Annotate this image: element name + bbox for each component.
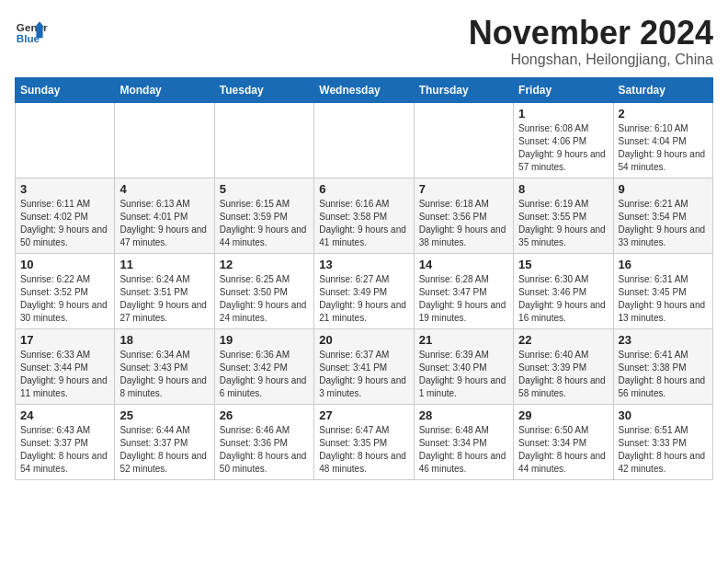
calendar-cell: 8Sunrise: 6:19 AM Sunset: 3:55 PM Daylig… — [514, 178, 613, 253]
weekday-header-cell: Wednesday — [314, 77, 414, 102]
day-info: Sunrise: 6:18 AM Sunset: 3:56 PM Dayligh… — [419, 198, 508, 249]
location-subtitle: Hongshan, Heilongjiang, China — [469, 52, 713, 68]
calendar-cell — [414, 102, 513, 178]
calendar-week-row: 24Sunrise: 6:43 AM Sunset: 3:37 PM Dayli… — [16, 404, 713, 479]
day-number: 15 — [518, 258, 608, 271]
day-number: 22 — [518, 333, 608, 347]
day-number: 3 — [20, 182, 109, 196]
weekday-header-cell: Sunday — [16, 77, 115, 102]
calendar-cell: 4Sunrise: 6:13 AM Sunset: 4:01 PM Daylig… — [115, 178, 214, 253]
day-number: 29 — [518, 408, 608, 422]
page-header: General Blue November 2024 Hongshan, Hei… — [15, 15, 713, 68]
day-number: 26 — [220, 408, 309, 422]
day-info: Sunrise: 6:39 AM Sunset: 3:40 PM Dayligh… — [419, 349, 508, 400]
calendar-cell — [214, 102, 313, 178]
day-number: 18 — [119, 333, 209, 347]
calendar-cell — [16, 102, 115, 178]
weekday-header-cell: Saturday — [613, 77, 712, 102]
day-number: 2 — [619, 107, 708, 121]
weekday-header-cell: Thursday — [414, 77, 513, 102]
calendar-week-row: 17Sunrise: 6:33 AM Sunset: 3:44 PM Dayli… — [16, 328, 713, 404]
day-number: 7 — [419, 182, 508, 196]
calendar-cell: 3Sunrise: 6:11 AM Sunset: 4:02 PM Daylig… — [16, 178, 115, 253]
day-info: Sunrise: 6:30 AM Sunset: 3:46 PM Dayligh… — [518, 273, 608, 325]
day-number: 24 — [20, 408, 109, 422]
logo-icon: General Blue — [15, 15, 48, 48]
day-info: Sunrise: 6:48 AM Sunset: 3:34 PM Dayligh… — [419, 424, 508, 476]
calendar-cell: 19Sunrise: 6:36 AM Sunset: 3:42 PM Dayli… — [214, 328, 313, 404]
day-number: 10 — [20, 258, 109, 271]
calendar-cell: 10Sunrise: 6:22 AM Sunset: 3:52 PM Dayli… — [16, 253, 115, 328]
calendar-cell: 14Sunrise: 6:28 AM Sunset: 3:47 PM Dayli… — [414, 253, 513, 328]
calendar-cell: 9Sunrise: 6:21 AM Sunset: 3:54 PM Daylig… — [613, 178, 712, 253]
day-info: Sunrise: 6:43 AM Sunset: 3:37 PM Dayligh… — [20, 424, 109, 476]
calendar-cell: 21Sunrise: 6:39 AM Sunset: 3:40 PM Dayli… — [414, 328, 513, 404]
calendar-table: SundayMondayTuesdayWednesdayThursdayFrid… — [15, 77, 713, 480]
day-info: Sunrise: 6:15 AM Sunset: 3:59 PM Dayligh… — [220, 198, 309, 249]
day-number: 12 — [220, 258, 309, 271]
calendar-cell: 18Sunrise: 6:34 AM Sunset: 3:43 PM Dayli… — [115, 328, 214, 404]
day-info: Sunrise: 6:44 AM Sunset: 3:37 PM Dayligh… — [119, 424, 209, 476]
calendar-cell: 30Sunrise: 6:51 AM Sunset: 3:33 PM Dayli… — [613, 404, 712, 479]
day-number: 16 — [619, 258, 708, 271]
day-number: 30 — [619, 408, 708, 422]
day-number: 27 — [319, 408, 408, 422]
day-info: Sunrise: 6:08 AM Sunset: 4:06 PM Dayligh… — [518, 122, 608, 174]
calendar-cell: 12Sunrise: 6:25 AM Sunset: 3:50 PM Dayli… — [214, 253, 313, 328]
day-info: Sunrise: 6:13 AM Sunset: 4:01 PM Dayligh… — [119, 198, 209, 249]
calendar-cell: 20Sunrise: 6:37 AM Sunset: 3:41 PM Dayli… — [314, 328, 414, 404]
day-info: Sunrise: 6:24 AM Sunset: 3:51 PM Dayligh… — [119, 273, 209, 325]
calendar-cell: 22Sunrise: 6:40 AM Sunset: 3:39 PM Dayli… — [514, 328, 613, 404]
calendar-cell: 24Sunrise: 6:43 AM Sunset: 3:37 PM Dayli… — [16, 404, 115, 479]
day-number: 8 — [518, 182, 608, 196]
day-number: 9 — [619, 182, 708, 196]
day-info: Sunrise: 6:40 AM Sunset: 3:39 PM Dayligh… — [518, 349, 608, 400]
calendar-week-row: 1Sunrise: 6:08 AM Sunset: 4:06 PM Daylig… — [16, 102, 713, 178]
calendar-cell: 23Sunrise: 6:41 AM Sunset: 3:38 PM Dayli… — [613, 328, 712, 404]
calendar-cell: 26Sunrise: 6:46 AM Sunset: 3:36 PM Dayli… — [214, 404, 313, 479]
calendar-cell: 11Sunrise: 6:24 AM Sunset: 3:51 PM Dayli… — [115, 253, 214, 328]
calendar-cell: 13Sunrise: 6:27 AM Sunset: 3:49 PM Dayli… — [314, 253, 414, 328]
day-number: 13 — [319, 258, 408, 271]
day-number: 5 — [220, 182, 309, 196]
calendar-cell: 28Sunrise: 6:48 AM Sunset: 3:34 PM Dayli… — [414, 404, 513, 479]
calendar-cell — [115, 102, 214, 178]
logo: General Blue — [15, 15, 48, 48]
calendar-cell: 15Sunrise: 6:30 AM Sunset: 3:46 PM Dayli… — [514, 253, 613, 328]
calendar-cell: 29Sunrise: 6:50 AM Sunset: 3:34 PM Dayli… — [514, 404, 613, 479]
calendar-cell: 5Sunrise: 6:15 AM Sunset: 3:59 PM Daylig… — [214, 178, 313, 253]
day-info: Sunrise: 6:28 AM Sunset: 3:47 PM Dayligh… — [419, 273, 508, 325]
calendar-body: 1Sunrise: 6:08 AM Sunset: 4:06 PM Daylig… — [16, 102, 713, 479]
day-info: Sunrise: 6:25 AM Sunset: 3:50 PM Dayligh… — [220, 273, 309, 325]
weekday-header-row: SundayMondayTuesdayWednesdayThursdayFrid… — [16, 77, 713, 102]
day-number: 23 — [619, 333, 708, 347]
calendar-cell: 27Sunrise: 6:47 AM Sunset: 3:35 PM Dayli… — [314, 404, 414, 479]
day-number: 1 — [518, 107, 608, 121]
day-number: 4 — [119, 182, 209, 196]
day-info: Sunrise: 6:22 AM Sunset: 3:52 PM Dayligh… — [20, 273, 109, 325]
calendar-cell: 1Sunrise: 6:08 AM Sunset: 4:06 PM Daylig… — [514, 102, 613, 178]
day-info: Sunrise: 6:46 AM Sunset: 3:36 PM Dayligh… — [220, 424, 309, 476]
weekday-header-cell: Monday — [115, 77, 214, 102]
calendar-cell — [314, 102, 414, 178]
day-number: 19 — [220, 333, 309, 347]
day-info: Sunrise: 6:41 AM Sunset: 3:38 PM Dayligh… — [619, 349, 708, 400]
calendar-week-row: 3Sunrise: 6:11 AM Sunset: 4:02 PM Daylig… — [16, 178, 713, 253]
calendar-week-row: 10Sunrise: 6:22 AM Sunset: 3:52 PM Dayli… — [16, 253, 713, 328]
day-info: Sunrise: 6:16 AM Sunset: 3:58 PM Dayligh… — [319, 198, 408, 249]
day-info: Sunrise: 6:47 AM Sunset: 3:35 PM Dayligh… — [319, 424, 408, 476]
day-number: 11 — [119, 258, 209, 271]
day-info: Sunrise: 6:36 AM Sunset: 3:42 PM Dayligh… — [220, 349, 309, 400]
month-title: November 2024 — [469, 15, 713, 52]
day-number: 20 — [319, 333, 408, 347]
calendar-cell: 17Sunrise: 6:33 AM Sunset: 3:44 PM Dayli… — [16, 328, 115, 404]
day-number: 28 — [419, 408, 508, 422]
calendar-cell: 2Sunrise: 6:10 AM Sunset: 4:04 PM Daylig… — [613, 102, 712, 178]
day-number: 25 — [119, 408, 209, 422]
day-number: 14 — [419, 258, 508, 271]
day-number: 17 — [20, 333, 109, 347]
calendar-cell: 25Sunrise: 6:44 AM Sunset: 3:37 PM Dayli… — [115, 404, 214, 479]
day-info: Sunrise: 6:34 AM Sunset: 3:43 PM Dayligh… — [119, 349, 209, 400]
day-number: 6 — [319, 182, 408, 196]
day-info: Sunrise: 6:27 AM Sunset: 3:49 PM Dayligh… — [319, 273, 408, 325]
